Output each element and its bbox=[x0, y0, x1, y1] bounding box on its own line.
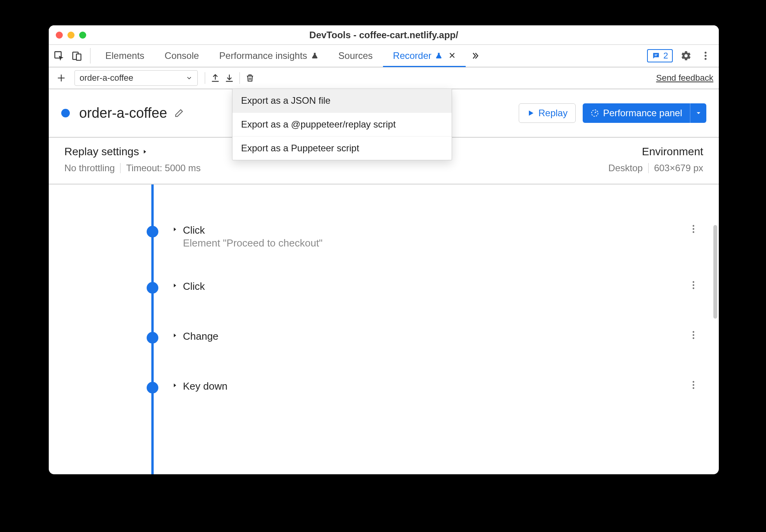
recording-status-dot bbox=[61, 109, 70, 117]
step-label: Change bbox=[183, 330, 218, 342]
export-puppeteer-option[interactable]: Export as a Puppeteer script bbox=[232, 137, 452, 160]
step-label: Click bbox=[183, 280, 205, 293]
export-icon[interactable] bbox=[209, 72, 222, 84]
step-row[interactable]: Click Element "Proceed to checkout" bbox=[49, 217, 712, 256]
throttling-value: No throttling bbox=[64, 163, 115, 174]
step-menu-icon[interactable] bbox=[692, 380, 696, 390]
issues-badge[interactable]: 2 bbox=[647, 49, 673, 62]
more-tabs-icon[interactable] bbox=[466, 51, 484, 60]
caret-right-icon bbox=[142, 148, 147, 155]
chat-icon bbox=[652, 51, 660, 60]
replay-label: Replay bbox=[539, 108, 568, 119]
step-label: Key down bbox=[183, 380, 227, 392]
new-recording-button[interactable] bbox=[54, 71, 68, 85]
svg-point-6 bbox=[705, 55, 707, 57]
tab-recorder[interactable]: Recorder ✕ bbox=[383, 45, 466, 67]
step-label: Click bbox=[183, 224, 323, 236]
svg-point-18 bbox=[693, 381, 694, 383]
maximize-window-button[interactable] bbox=[79, 32, 86, 39]
svg-point-19 bbox=[693, 384, 694, 386]
divider bbox=[120, 163, 121, 173]
window-title: DevTools - coffee-cart.netlify.app/ bbox=[49, 30, 719, 41]
svg-point-9 bbox=[693, 225, 694, 227]
recording-select[interactable]: order-a-coffee bbox=[74, 70, 198, 86]
step-node bbox=[147, 226, 158, 238]
export-replay-script-option[interactable]: Export as a @puppeteer/replay script bbox=[232, 113, 452, 137]
svg-point-20 bbox=[693, 387, 694, 389]
flask-icon bbox=[311, 52, 318, 60]
environment-summary: Desktop 603×679 px bbox=[608, 163, 703, 174]
svg-point-14 bbox=[693, 287, 694, 289]
settings-gear-icon[interactable] bbox=[680, 50, 692, 62]
minimize-window-button[interactable] bbox=[67, 32, 74, 39]
step-row[interactable]: Click bbox=[49, 273, 712, 306]
step-node bbox=[147, 382, 158, 394]
expand-step-icon[interactable] bbox=[172, 330, 177, 339]
import-icon[interactable] bbox=[223, 72, 236, 84]
kebab-menu-icon[interactable] bbox=[699, 50, 712, 62]
expand-step-icon[interactable] bbox=[172, 380, 177, 389]
step-detail: Element "Proceed to checkout" bbox=[183, 237, 323, 249]
device-value: Desktop bbox=[608, 163, 643, 174]
tab-sources[interactable]: Sources bbox=[328, 45, 383, 67]
divider bbox=[205, 72, 205, 84]
svg-rect-3 bbox=[654, 54, 657, 55]
environment-label: Environment bbox=[642, 145, 703, 158]
step-row[interactable]: Change bbox=[49, 323, 712, 356]
send-feedback-link[interactable]: Send feedback bbox=[656, 73, 713, 83]
recording-select-value: order-a-coffee bbox=[80, 73, 133, 83]
expand-step-icon[interactable] bbox=[172, 224, 177, 233]
panel-tabbar: Elements Console Performance insights So… bbox=[49, 45, 719, 67]
inspect-element-icon[interactable] bbox=[53, 50, 65, 62]
step-node bbox=[147, 332, 158, 344]
performance-panel-dropdown[interactable] bbox=[690, 103, 706, 123]
divider bbox=[239, 72, 240, 84]
timeout-value: Timeout: 5000 ms bbox=[126, 163, 200, 174]
scrollbar-thumb[interactable] bbox=[713, 225, 717, 319]
performance-panel-label: Performance panel bbox=[603, 108, 682, 119]
step-node bbox=[147, 282, 158, 294]
replay-button[interactable]: Replay bbox=[519, 103, 576, 123]
viewport-value: 603×679 px bbox=[654, 163, 703, 174]
performance-panel-split-button: Performance panel bbox=[583, 103, 706, 123]
svg-point-5 bbox=[705, 52, 707, 54]
close-tab-icon[interactable]: ✕ bbox=[449, 51, 456, 61]
expand-step-icon[interactable] bbox=[172, 280, 177, 289]
replay-settings-summary: No throttling Timeout: 5000 ms bbox=[64, 163, 201, 174]
edit-title-icon[interactable] bbox=[174, 108, 184, 118]
svg-point-15 bbox=[693, 331, 694, 333]
tab-label: Console bbox=[165, 50, 199, 61]
svg-point-11 bbox=[693, 231, 694, 233]
svg-point-16 bbox=[693, 334, 694, 336]
tab-performance-insights[interactable]: Performance insights bbox=[209, 45, 328, 67]
titlebar: DevTools - coffee-cart.netlify.app/ bbox=[49, 25, 719, 45]
replay-settings-toggle[interactable]: Replay settings bbox=[64, 145, 201, 158]
gauge-icon bbox=[590, 109, 599, 117]
svg-point-17 bbox=[693, 337, 694, 339]
tab-elements[interactable]: Elements bbox=[95, 45, 154, 67]
svg-point-12 bbox=[693, 281, 694, 283]
scrollbar[interactable] bbox=[712, 184, 719, 474]
step-menu-icon[interactable] bbox=[692, 280, 696, 290]
tab-label: Sources bbox=[339, 50, 373, 61]
chevron-down-icon bbox=[186, 74, 193, 82]
devtools-window: DevTools - coffee-cart.netlify.app/ Elem… bbox=[49, 25, 719, 474]
delete-icon[interactable] bbox=[244, 72, 256, 84]
tab-label: Elements bbox=[105, 50, 144, 61]
device-toolbar-icon[interactable] bbox=[71, 50, 83, 62]
export-json-option[interactable]: Export as a JSON file bbox=[232, 89, 452, 113]
step-menu-icon[interactable] bbox=[692, 224, 696, 234]
traffic-lights bbox=[49, 32, 86, 39]
step-menu-icon[interactable] bbox=[692, 330, 696, 340]
tab-label: Recorder bbox=[393, 50, 432, 61]
recording-title: order-a-coffee bbox=[79, 105, 167, 121]
svg-point-10 bbox=[693, 228, 694, 230]
issues-count: 2 bbox=[663, 51, 668, 61]
recorder-toolbar: order-a-coffee Send feedback bbox=[49, 67, 719, 89]
performance-panel-button[interactable]: Performance panel bbox=[583, 103, 690, 123]
play-icon bbox=[527, 109, 535, 117]
close-window-button[interactable] bbox=[56, 32, 63, 39]
tab-console[interactable]: Console bbox=[154, 45, 209, 67]
svg-point-7 bbox=[705, 58, 707, 60]
step-row[interactable]: Key down bbox=[49, 373, 712, 406]
